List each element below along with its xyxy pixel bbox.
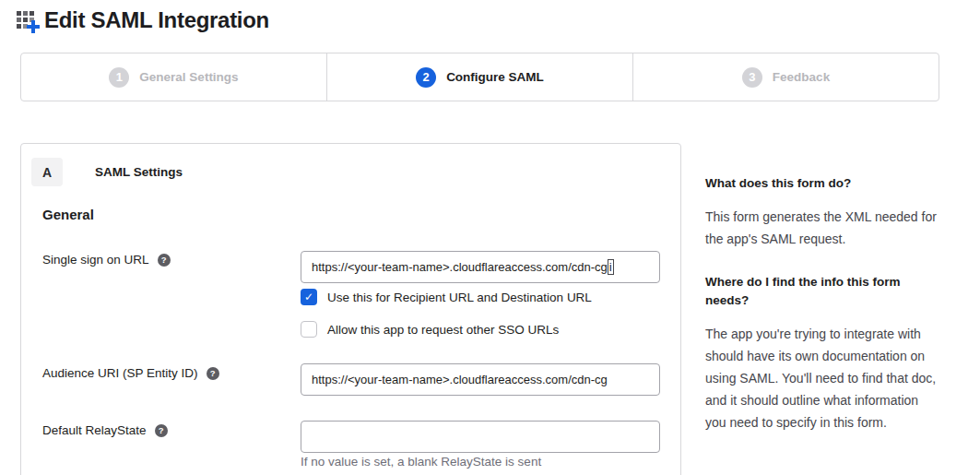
- sso-url-input[interactable]: https://<your-team-name>.cloudflareacces…: [301, 251, 660, 283]
- step-general-settings[interactable]: 1 General Settings: [21, 53, 326, 101]
- help-body: The app you're trying to integrate with …: [705, 323, 938, 433]
- field-label-text: Audience URI (SP Entity ID): [42, 366, 198, 380]
- help-glyph: ?: [159, 426, 164, 435]
- help-heading: Where do I find the info this form needs…: [705, 273, 938, 310]
- audience-uri-label: Audience URI (SP Entity ID) ?: [42, 366, 219, 380]
- checkbox-checked-icon[interactable]: ✓: [301, 289, 317, 305]
- relay-state-input[interactable]: [301, 421, 660, 453]
- sso-url-label: Single sign on URL ?: [42, 253, 171, 267]
- help-glyph: ?: [161, 255, 167, 265]
- saml-settings-panel: A SAML Settings General Single sign on U…: [20, 143, 681, 475]
- help-aside: What does this form do? This form genera…: [705, 174, 938, 433]
- audience-uri-input[interactable]: https://<your-team-name>.cloudflareacces…: [301, 363, 660, 396]
- step-label: Configure SAML: [446, 70, 544, 84]
- checkbox-unchecked-icon[interactable]: [301, 321, 317, 338]
- other-sso-checkbox-row[interactable]: Allow this app to request other SSO URLs: [301, 321, 559, 338]
- relay-state-label: Default RelayState ?: [42, 423, 168, 437]
- group-heading-general: General: [42, 207, 94, 222]
- text-cursor: i: [608, 259, 614, 275]
- section-badge: A: [31, 158, 63, 186]
- help-icon[interactable]: ?: [207, 367, 219, 380]
- field-label-text: Single sign on URL: [42, 253, 149, 267]
- help-glyph: ?: [210, 369, 216, 378]
- step-number-badge: 3: [742, 67, 762, 88]
- check-glyph: ✓: [304, 291, 313, 303]
- checkbox-label: Allow this app to request other SSO URLs: [327, 323, 559, 337]
- page-header: Edit SAML Integration: [15, 7, 269, 33]
- step-number-badge: 2: [416, 67, 436, 88]
- help-icon[interactable]: ?: [155, 424, 168, 437]
- edit-saml-integration-page: Edit SAML Integration 1 General Settings…: [0, 0, 980, 475]
- section-title: SAML Settings: [95, 165, 183, 179]
- step-number-badge: 1: [109, 67, 129, 88]
- relay-state-hint: If no value is set, a blank RelayState i…: [301, 455, 541, 469]
- help-heading: What does this form do?: [705, 174, 938, 193]
- recipient-url-checkbox-row[interactable]: ✓ Use this for Recipient URL and Destina…: [301, 289, 592, 305]
- help-body: This form generates the XML needed for t…: [705, 206, 938, 250]
- step-feedback[interactable]: 3 Feedback: [632, 53, 939, 101]
- step-configure-saml[interactable]: 2 Configure SAML: [326, 53, 632, 101]
- step-label: General Settings: [139, 70, 238, 84]
- checkbox-label: Use this for Recipient URL and Destinati…: [327, 291, 592, 304]
- field-label-text: Default RelayState: [42, 423, 147, 437]
- wizard-stepbar: 1 General Settings 2 Configure SAML 3 Fe…: [20, 53, 939, 101]
- page-title: Edit SAML Integration: [44, 7, 269, 33]
- input-value: https://<your-team-name>.cloudflareacces…: [312, 373, 608, 386]
- input-value: https://<your-team-name>.cloudflareacces…: [312, 260, 608, 274]
- help-icon[interactable]: ?: [158, 254, 171, 267]
- step-label: Feedback: [773, 70, 830, 84]
- add-app-grid-icon: [15, 8, 40, 33]
